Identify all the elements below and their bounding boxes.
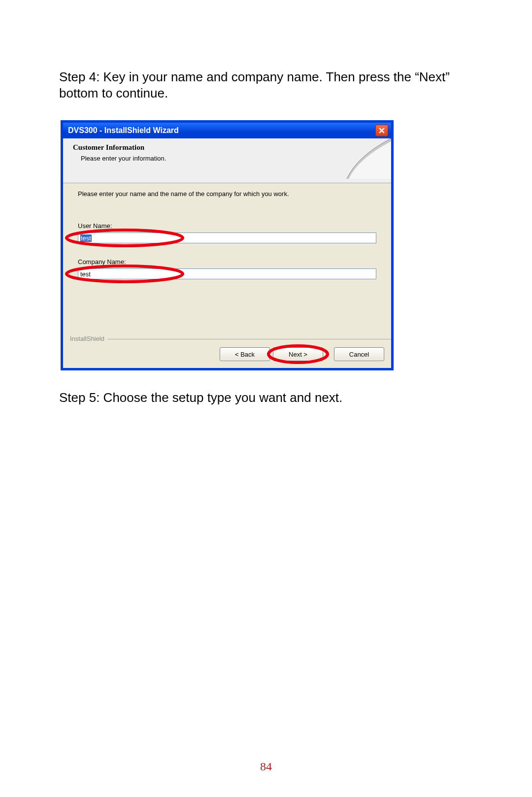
company-name-value: test [80,270,91,278]
titlebar: DVS300 - InstallShield Wizard [63,123,391,138]
page-number: 84 [0,760,532,773]
user-name-label: User Name: [78,222,376,230]
paper-curl-icon [317,138,391,179]
installshield-dialog: DVS300 - InstallShield Wizard Customer I… [61,121,393,370]
back-button[interactable]: < Back [220,347,270,361]
footer-brand: InstallShield [68,335,106,342]
close-button[interactable] [375,125,388,136]
dialog-footer: InstallShield < Back Next > Cancel [63,343,391,368]
step5-instruction: Step 5: Choose the setup type you want a… [59,390,478,406]
close-icon [379,128,385,133]
step4-instruction: Step 4: Key in your name and company nam… [59,69,478,101]
user-name-input[interactable]: test [78,232,376,243]
body-instruction: Please enter your name and the name of t… [78,190,376,198]
document-page: Step 4: Key in your name and company nam… [0,0,532,797]
user-name-value: test [80,234,92,242]
dialog-body: Please enter your name and the name of t… [63,183,391,338]
user-name-block: User Name: test [78,222,376,243]
dialog-header: Customer Information Please enter your i… [63,138,391,183]
cancel-button[interactable]: Cancel [334,347,384,361]
next-button[interactable]: Next > [273,347,323,361]
window-title: DVS300 - InstallShield Wizard [68,126,179,135]
company-name-input[interactable]: test [78,268,376,279]
company-name-block: Company Name: test [78,258,376,279]
company-name-label: Company Name: [78,258,376,266]
button-row: < Back Next > Cancel [63,343,391,368]
